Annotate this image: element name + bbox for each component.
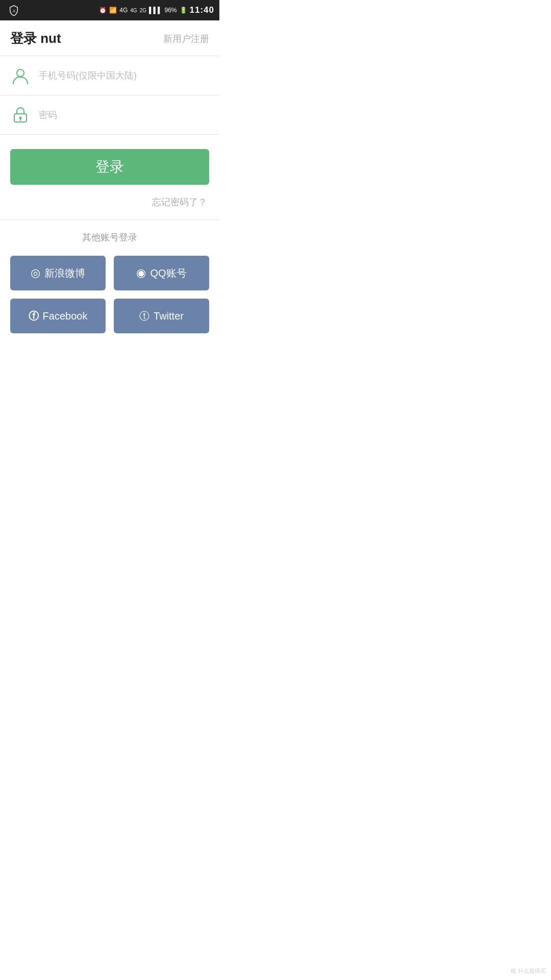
signal-icon: ▌▌▌ — [149, 7, 162, 14]
phone-input[interactable] — [39, 70, 209, 81]
network-label3: 2G — [140, 8, 146, 13]
twitter-login-button[interactable]: ⓣ Twitter — [114, 299, 209, 333]
time-display: 11:40 — [190, 5, 214, 15]
weibo-icon: ◎ — [31, 266, 40, 280]
person-icon — [10, 65, 31, 86]
shield-icon: ⚔ — [8, 5, 19, 16]
network-label: 4G — [119, 7, 128, 14]
divider-bottom-inputs — [0, 134, 219, 135]
battery-label: 96% — [164, 7, 177, 14]
facebook-label: Facebook — [43, 310, 88, 322]
other-login-title: 其他账号登录 — [0, 220, 219, 251]
twitter-label: Twitter — [154, 310, 184, 322]
wifi-icon: 📶 — [109, 7, 117, 14]
twitter-icon: ⓣ — [139, 309, 149, 323]
social-login-grid: ◎ 新浪微博 ◉ QQ账号 ⓕ Facebook ⓣ Twitter — [0, 251, 219, 344]
qq-login-button[interactable]: ◉ QQ账号 — [114, 256, 209, 290]
status-bar: ⚔ ⏰ 📶 4G 4G 2G ▌▌▌ 96% 🔋 11:40 — [0, 0, 219, 20]
lock-icon — [10, 105, 31, 125]
facebook-login-button[interactable]: ⓕ Facebook — [10, 299, 106, 333]
weibo-login-button[interactable]: ◎ 新浪微博 — [10, 256, 106, 290]
phone-input-row — [0, 56, 219, 95]
qq-icon: ◉ — [136, 266, 146, 280]
status-left: ⚔ — [8, 5, 19, 16]
battery-icon: 🔋 — [180, 7, 187, 14]
facebook-icon: ⓕ — [29, 309, 39, 323]
qq-label: QQ账号 — [150, 266, 186, 280]
status-icons: ⏰ 📶 4G 4G 2G ▌▌▌ 96% 🔋 11:40 — [99, 5, 214, 15]
svg-text:⚔: ⚔ — [12, 9, 16, 13]
network-label2: 4G — [130, 8, 137, 13]
password-input-row — [0, 95, 219, 134]
forgot-password-row: 忘记密码了？ — [0, 185, 219, 219]
alarm-icon: ⏰ — [99, 7, 107, 14]
weibo-label: 新浪微博 — [44, 266, 85, 280]
svg-point-1 — [17, 69, 24, 77]
login-button-label: 登录 — [95, 157, 124, 177]
page-title: 登录 nut — [10, 30, 61, 47]
page-header: 登录 nut 新用户注册 — [0, 20, 219, 56]
forgot-password-link[interactable]: 忘记密码了？ — [152, 196, 207, 208]
register-link[interactable]: 新用户注册 — [163, 33, 209, 45]
login-button[interactable]: 登录 — [10, 149, 209, 185]
password-input[interactable] — [39, 110, 209, 120]
